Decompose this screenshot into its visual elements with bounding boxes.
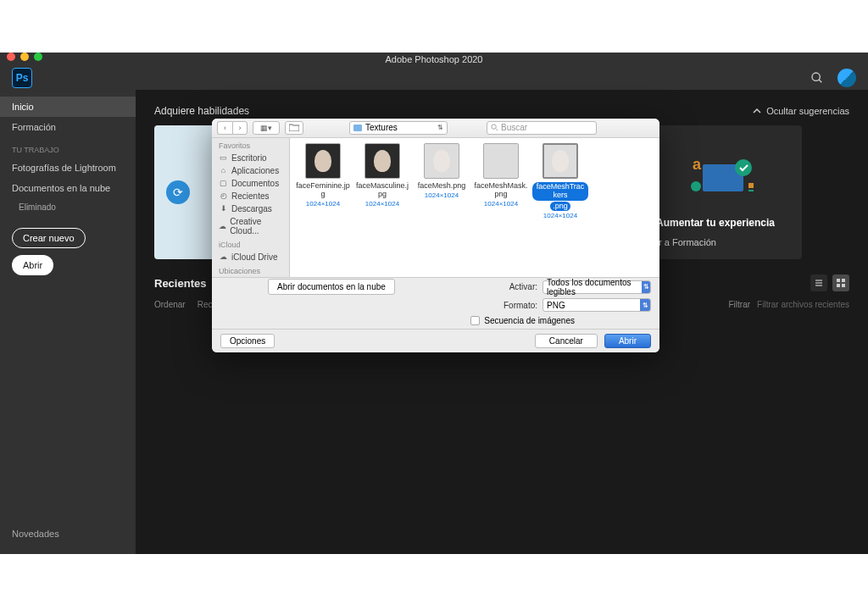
file-dimensions: 1024×1024 [484,200,518,208]
minimize-window[interactable] [20,53,29,61]
grid-icon [836,278,846,288]
sidebar-fav-item[interactable]: ▭Escritorio [212,152,289,164]
file-item[interactable]: faceMasculine.jpg1024×1024 [354,143,410,208]
file-grid: faceFeminine.jpg1024×1024faceMasculine.j… [290,138,659,277]
svg-rect-14 [842,284,845,287]
sidebar-icloud-drive[interactable]: ☁iCloud Drive [212,251,289,263]
sidebar-work-header: TU TRABAJO [0,137,136,158]
sidebar-cloud-docs[interactable]: Documentos en la nube [0,178,136,198]
sequence-label: Secuencia de imágenes [484,316,575,325]
open-file-button[interactable]: Abrir [604,334,651,348]
dialog-sidebar: Favoritos ▭Escritorio⌂Aplicaciones▢Docum… [212,138,290,277]
sidebar-fav-item[interactable]: ☁Creative Cloud... [212,215,289,237]
recents-heading: Recientes [154,277,206,290]
svg-point-3 [735,159,752,176]
window-controls [7,53,42,61]
sort-label: Ordenar [154,300,186,309]
file-thumbnail [424,143,459,179]
sidebar-news[interactable]: Novedades [0,520,136,547]
file-dimensions: 1024×1024 [365,200,399,208]
svg-point-15 [492,125,496,129]
nav-forward-button[interactable]: › [232,121,248,135]
open-button[interactable]: Abrir [12,255,53,275]
grid-view-button[interactable] [832,274,849,291]
fav-icon: ☁ [219,221,226,230]
file-thumbnail [542,143,578,179]
maximize-window[interactable] [34,53,42,61]
folder-icon [353,125,362,131]
search-icon[interactable] [810,71,824,85]
filter-label: Filtrar [729,300,751,309]
cancel-button[interactable]: Cancelar [535,334,598,348]
file-item[interactable]: faceMeshMask.png1024×1024 [473,143,529,208]
sidebar-lightroom[interactable]: Fotografías de Lightroom [0,158,136,178]
list-icon [814,278,824,288]
file-item[interactable]: faceFeminine.jpg1024×1024 [295,143,351,208]
acquire-heading: Adquiere habilidades [154,105,249,117]
svg-point-0 [812,73,820,80]
svg-line-16 [496,130,498,131]
sidebar-learn[interactable]: Formación [0,117,136,137]
svg-rect-6 [748,183,754,188]
format-select[interactable]: PNG ⇅ [542,298,651,312]
cloud-icon: ☁ [219,252,228,262]
file-name: faceMasculine.jpg [354,182,410,199]
create-new-button[interactable]: Crear nuevo [12,228,86,248]
close-window[interactable] [7,53,15,61]
sidebar-fav-item[interactable]: ⌂Aplicaciones [212,164,289,177]
file-thumbnail [305,143,341,179]
dialog-search-input[interactable]: Buscar [487,121,597,135]
icloud-header: iCloud [212,237,289,251]
user-avatar[interactable] [837,69,856,87]
locations-header: Ubicaciones [212,263,289,277]
path-selector[interactable]: Textures ⇅ [349,121,448,135]
svg-text:a: a [693,156,702,173]
svg-point-4 [691,181,701,191]
sidebar-fav-item[interactable]: ▢Documentos [212,177,289,190]
sequence-checkbox[interactable] [470,316,480,325]
enhance-link[interactable]: Ir a Formación [656,237,790,247]
dialog-toolbar: ‹ › ▦▾ Textures ⇅ Buscar [212,119,659,138]
filter-input[interactable]: Filtrar archivos recientes [757,300,849,309]
view-mode-button[interactable]: ▦▾ [253,121,280,135]
file-name: faceFeminine.jpg [295,182,351,199]
svg-rect-11 [837,279,840,282]
titlebar: Adobe Photoshop 2020 [0,53,868,66]
file-thumbnail [364,143,400,179]
file-item[interactable]: faceMeshTrackers.png1024×1024 [532,143,588,220]
file-item[interactable]: faceMesh.png1024×1024 [414,143,470,199]
folder-icon[interactable] [285,121,303,135]
sidebar-fav-item[interactable]: ⬇Descargas [212,202,289,215]
fav-icon: ⌂ [219,166,228,175]
sync-icon: ⟳ [166,180,190,204]
file-dimensions: 1024×1024 [543,212,577,219]
file-name: faceMeshTrackers [532,182,588,201]
path-arrows-icon: ⇅ [437,124,443,131]
file-name: faceMeshMask.png [473,182,529,199]
sidebar-home[interactable]: Inicio [0,97,136,117]
fav-icon: ◴ [219,191,228,201]
options-button[interactable]: Opciones [220,334,275,348]
sidebar-fav-item[interactable]: ◴Recientes [212,190,289,202]
hide-suggestions[interactable]: Ocultar sugerencias [753,106,849,116]
chevron-up-icon [753,107,761,115]
favorites-header: Favoritos [212,138,289,152]
svg-rect-7 [748,190,754,191]
open-cloud-docs-button[interactable]: Abrir documentos en la nube [268,279,395,295]
file-dimensions: 1024×1024 [306,200,340,208]
search-icon [491,124,498,131]
list-view-button[interactable] [810,274,827,291]
nav-back-button[interactable]: ‹ [217,121,232,135]
ps-logo[interactable]: Ps [12,68,32,88]
topbar: Ps [0,66,868,90]
activate-select[interactable]: Todos los documentos legibles ⇅ [542,280,651,294]
svg-line-1 [819,80,821,82]
svg-rect-13 [837,284,840,287]
svg-rect-12 [842,279,845,282]
format-label: Formato: [504,301,537,310]
banner-enhance[interactable]: a Aumentar tu experiencia Ir a Formación [644,125,802,259]
file-dimensions: 1024×1024 [425,191,459,199]
file-open-dialog: ‹ › ▦▾ Textures ⇅ Buscar Favoritos ▭Escr… [212,119,659,352]
fav-icon: ▢ [219,179,228,188]
sidebar-deleted[interactable]: Eliminado [0,198,136,216]
